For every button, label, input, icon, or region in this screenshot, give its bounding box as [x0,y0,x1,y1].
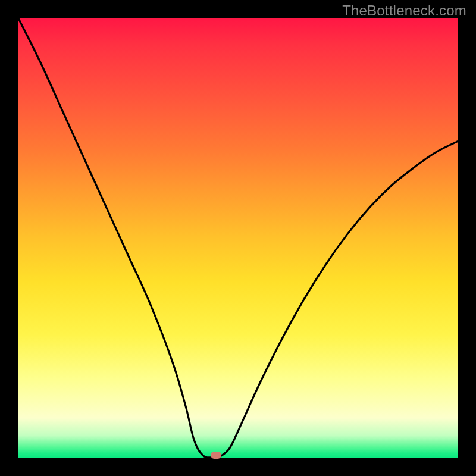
bottleneck-curve [18,18,458,458]
optimal-point-marker [211,452,221,459]
watermark-text: TheBottleneck.com [342,2,466,19]
chart-plot-area [18,18,458,458]
